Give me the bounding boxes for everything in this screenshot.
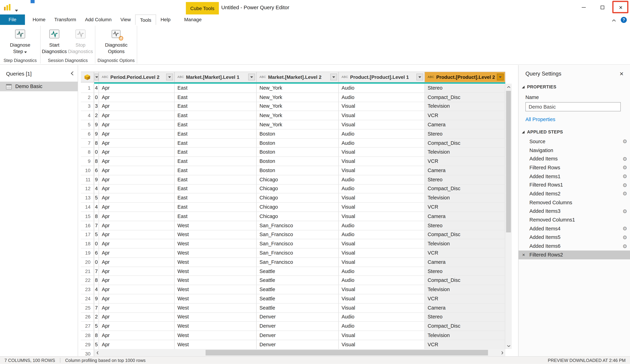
cell-product2[interactable]: Stereo [425,84,505,93]
cell-product1[interactable]: Audio [339,184,425,194]
cell-partial[interactable]: 4 [94,285,99,294]
cell-product1[interactable]: Visual [339,249,425,258]
applied-step-navigation[interactable]: Navigation [518,146,630,154]
cell-period[interactable]: Apr [99,258,174,267]
row-number[interactable]: 9 [81,157,94,166]
ribbon-tab-view[interactable]: View [116,14,135,25]
row-number[interactable]: 18 [81,239,94,249]
cell-partial[interactable]: 3 [94,102,99,111]
applied-step-added-items6[interactable]: Added Items6⚙ [518,242,630,250]
cell-partial[interactable]: 8 [94,139,99,148]
cell-partial[interactable]: 7 [94,304,99,313]
cell-market2[interactable]: Boston [256,129,338,139]
cell-market1[interactable]: East [174,84,256,93]
cell-partial[interactable]: 4 [94,84,99,93]
cell-period[interactable]: Apr [99,331,174,340]
cell-market1[interactable]: West [174,331,256,340]
row-number[interactable]: 24 [81,294,94,304]
diagnose-step-button[interactable]: Diagnose Step [4,28,36,54]
step-settings-gear-icon[interactable]: ⚙ [622,181,627,189]
cell-period[interactable]: Apr [99,203,174,212]
cell-market2[interactable]: Boston [256,139,338,148]
cell-period[interactable]: Apr [99,276,174,285]
row-number[interactable]: 11 [81,175,94,184]
cell-period[interactable]: Apr [99,139,174,148]
row-number[interactable]: 13 [81,193,94,203]
cell-market2[interactable]: Boston [256,157,338,166]
applied-step-filtered-rows2[interactable]: ×Filtered Rows2 [518,251,630,259]
cell-period[interactable]: Apr [99,221,174,230]
cell-period[interactable]: Apr [99,304,174,313]
step-settings-gear-icon[interactable]: ⚙ [622,233,627,242]
cell-period[interactable]: Apr [99,93,174,102]
cell-period[interactable]: Apr [99,267,174,276]
cell-market1[interactable]: West [174,267,256,276]
cell-market1[interactable]: West [174,304,256,313]
cell-market2[interactable]: Chicago [256,175,338,184]
close-button[interactable]: × [612,0,630,14]
table-corner-button[interactable] [81,72,94,82]
quick-access-dropdown-icon[interactable] [15,6,18,13]
cell-market2[interactable]: Denver [256,322,338,331]
cell-market1[interactable]: West [174,249,256,258]
cell-market1[interactable]: East [174,203,256,212]
cell-product1[interactable]: Visual [339,120,425,129]
delete-step-icon[interactable]: × [522,251,525,259]
cell-product1[interactable]: Visual [339,331,425,340]
cell-product1[interactable]: Visual [339,294,425,304]
minimize-button[interactable] [574,0,593,14]
row-number[interactable]: 5 [81,120,94,129]
row-number[interactable]: 16 [81,221,94,230]
cell-period[interactable]: Apr [99,120,174,129]
cell-market1[interactable]: East [174,93,256,102]
cell-product2[interactable]: Stereo [425,313,505,322]
cell-product2[interactable]: Camera [425,120,505,129]
ribbon-tab-add-column[interactable]: Add Column [80,14,116,25]
cell-market1[interactable]: West [174,294,256,304]
cell-partial[interactable]: 4 [94,184,99,194]
cell-product2[interactable]: Stereo [425,175,505,184]
applied-step-filtered-rows[interactable]: Filtered Rows⚙ [518,163,630,172]
ribbon-tab-home[interactable]: Home [28,14,50,25]
cell-market2[interactable]: Denver [256,331,338,340]
file-tab[interactable]: File [0,14,25,25]
row-number[interactable]: 4 [81,111,94,120]
cell-market2[interactable]: Seattle [256,285,338,294]
cell-market2[interactable]: Seattle [256,294,338,304]
applied-step-added-items4[interactable]: Added Items4⚙ [518,224,630,233]
row-number[interactable]: 27 [81,322,94,331]
cell-product2[interactable]: Stereo [425,221,505,230]
cell-product1[interactable]: Visual [339,102,425,111]
cell-market2[interactable]: Seattle [256,276,338,285]
cell-period[interactable]: Apr [99,102,174,111]
row-number[interactable]: 19 [81,249,94,258]
scroll-left-icon[interactable] [94,349,100,356]
cell-partial[interactable]: 0 [94,93,99,102]
cell-period[interactable]: Apr [99,148,174,157]
applied-step-source[interactable]: Source⚙ [518,137,630,146]
filter-dropdown-icon[interactable] [330,74,337,80]
cell-product2[interactable]: Stereo [425,129,505,139]
cell-period[interactable]: Apr [99,84,174,93]
row-number[interactable]: 10 [81,166,94,175]
scroll-up-icon[interactable] [505,84,512,90]
cell-market2[interactable]: New_York [256,93,338,102]
cell-product1[interactable]: Audio [339,93,425,102]
cell-product1[interactable]: Visual [339,212,425,221]
cell-product1[interactable]: Audio [339,221,425,230]
cell-product2[interactable]: VCR [425,340,505,349]
row-number[interactable]: 29 [81,340,94,349]
horizontal-scroll-thumb[interactable] [206,350,488,356]
properties-section-header[interactable]: PROPERTIES [521,84,630,89]
cell-market2[interactable]: Chicago [256,203,338,212]
cell-partial[interactable]: 8 [94,212,99,221]
applied-steps-section-header[interactable]: APPLIED STEPS [521,129,630,134]
cell-period[interactable]: Apr [99,294,174,304]
cell-product1[interactable]: Visual [339,239,425,249]
cell-market1[interactable]: East [174,111,256,120]
maximize-button[interactable] [593,0,611,14]
cell-product1[interactable]: Visual [339,148,425,157]
cell-product1[interactable]: Visual [339,111,425,120]
cell-market1[interactable]: East [174,184,256,194]
applied-step-added-items3[interactable]: Added Items3⚙ [518,207,630,216]
